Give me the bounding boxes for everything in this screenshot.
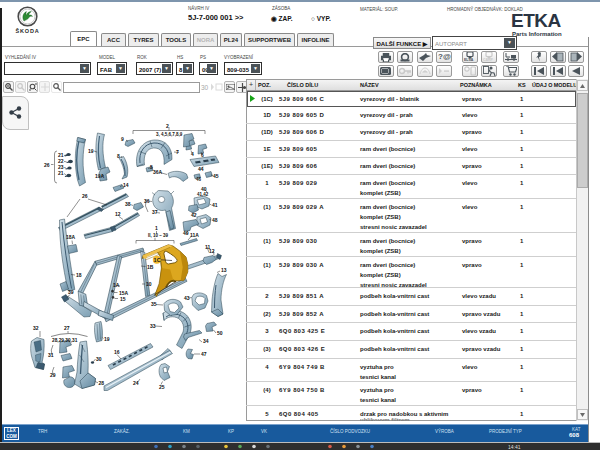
svg-text:II, 10 – 39: II, 10 – 39 <box>148 233 169 238</box>
svg-text:28: 28 <box>99 380 105 386</box>
svg-text:34: 34 <box>203 338 209 344</box>
svg-text:46: 46 <box>196 177 202 182</box>
svg-text:11A: 11A <box>190 232 199 238</box>
svg-text:18A: 18A <box>66 234 76 240</box>
svg-text:19: 19 <box>88 148 94 154</box>
svg-text:1B: 1B <box>147 264 154 270</box>
svg-text:15: 15 <box>120 296 126 302</box>
svg-text:35: 35 <box>151 301 157 307</box>
svg-text:8: 8 <box>117 153 120 159</box>
svg-text:26: 26 <box>82 193 88 199</box>
svg-text:45: 45 <box>213 173 219 179</box>
svg-text:26: 26 <box>44 162 50 168</box>
svg-text:24: 24 <box>133 380 139 386</box>
svg-text:1C: 1C <box>154 257 161 263</box>
svg-text:1: 1 <box>155 225 158 231</box>
svg-text:16: 16 <box>114 349 120 355</box>
svg-text:10: 10 <box>146 281 152 287</box>
svg-text:9: 9 <box>121 136 124 142</box>
svg-text:48: 48 <box>212 217 218 223</box>
svg-text:13: 13 <box>221 267 227 273</box>
svg-text:1A: 1A <box>113 282 120 288</box>
svg-text:3, 4,5,6,7,8,9: 3, 4,5,6,7,8,9 <box>156 132 183 137</box>
svg-text:25: 25 <box>159 384 165 390</box>
svg-text:37: 37 <box>152 209 158 215</box>
svg-text:31: 31 <box>48 352 54 358</box>
svg-text:36: 36 <box>144 198 150 204</box>
svg-text:41,42: 41,42 <box>197 192 209 197</box>
svg-text:14: 14 <box>123 182 129 188</box>
svg-text:41: 41 <box>212 202 218 208</box>
svg-text:21: 21 <box>58 170 64 176</box>
svg-text:32: 32 <box>33 325 39 331</box>
svg-text:7: 7 <box>176 149 179 155</box>
svg-text:2: 2 <box>166 123 169 129</box>
svg-text:12: 12 <box>115 211 121 217</box>
svg-text:43: 43 <box>184 295 190 301</box>
svg-text:28,29,30,31: 28,29,30,31 <box>52 338 78 343</box>
svg-text:19: 19 <box>104 336 110 342</box>
svg-text:33: 33 <box>150 323 156 329</box>
svg-text:30: 30 <box>96 356 102 362</box>
svg-text:39: 39 <box>68 289 74 295</box>
svg-text:36A: 36A <box>153 169 163 175</box>
svg-text:18: 18 <box>76 272 82 278</box>
svg-text:47: 47 <box>201 351 207 357</box>
svg-text:38: 38 <box>125 201 131 207</box>
svg-text:50: 50 <box>217 330 223 336</box>
svg-text:27: 27 <box>64 325 70 331</box>
